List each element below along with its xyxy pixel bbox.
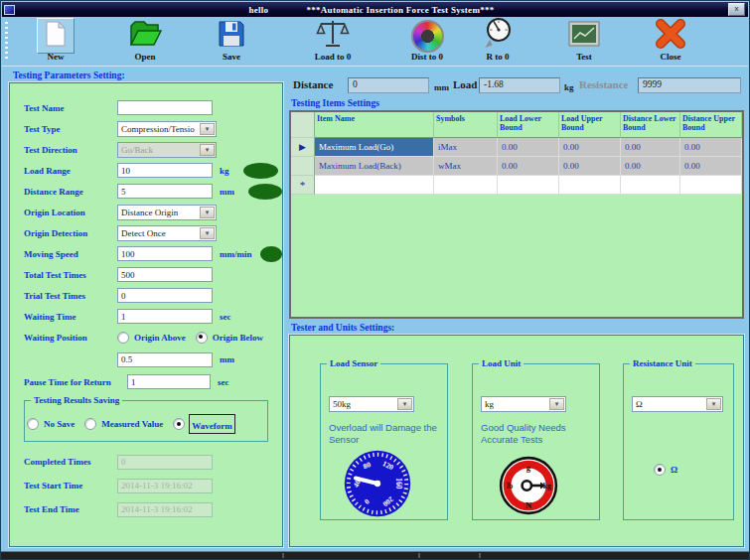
grid-cell-dist-lower[interactable]: 0.00 (621, 138, 680, 157)
pause-time-unit: sec (218, 377, 229, 387)
origin-above-radio[interactable] (117, 332, 129, 344)
distance-range-status-led (248, 184, 282, 200)
grid-new-cell[interactable] (559, 176, 621, 195)
ohm-radio[interactable] (654, 464, 666, 476)
waiting-position-row: Waiting Position Origin Above Origin Bel… (24, 327, 282, 348)
load-gauge-icon: 0 40 80 120 160 200 (335, 450, 420, 521)
grid-cell-load-lower[interactable]: 0.00 (498, 138, 559, 157)
origin-location-value: Distance Origin (121, 208, 178, 217)
no-save-radio[interactable] (27, 418, 39, 430)
origin-location-select[interactable]: Distance Origin ▾ (117, 205, 217, 220)
waiting-position-label: Waiting Position (24, 333, 117, 343)
grid-corner-cell (291, 112, 315, 138)
params-panel-title: Testing Parameters Setting: (13, 70, 125, 80)
test-type-label: Test Type (24, 124, 117, 134)
test-name-input[interactable] (117, 100, 213, 115)
chevron-down-icon: ▾ (200, 123, 215, 135)
test-start-time-label: Test Start Time (24, 481, 117, 490)
grid-cell-load-lower[interactable]: 0.00 (498, 157, 559, 176)
toolbar-button-new[interactable]: New (20, 18, 91, 62)
unit-dial-icon: g kg N lb (495, 456, 562, 519)
grid-new-cell[interactable] (434, 176, 498, 195)
gauge-number: 160 (394, 478, 403, 490)
completed-times-label: Completed Times (24, 457, 117, 467)
grid-cell-item-name[interactable]: Maximum Load(Go) (315, 138, 434, 157)
moving-speed-input[interactable] (117, 246, 213, 261)
trial-test-times-input[interactable] (117, 288, 213, 303)
waiting-time-input[interactable] (117, 309, 213, 324)
meter-gauge-icon (483, 17, 513, 55)
load-unit-group: Load Unit kg ▾ Good Quality Needs Accura… (472, 363, 600, 520)
toolbar-button-load-zero[interactable]: Load to 0 (297, 18, 369, 62)
trial-test-times-label: Trial Test Times (24, 291, 117, 301)
test-type-select[interactable]: Compression/Tensio ▾ (117, 121, 217, 137)
grid-new-cell[interactable] (315, 176, 434, 195)
origin-below-radio[interactable] (196, 332, 208, 344)
grid-cell-dist-lower[interactable]: 0.00 (621, 157, 680, 176)
chevron-down-icon: ▾ (200, 144, 215, 156)
window-close-button[interactable]: x (728, 3, 745, 16)
waveform-label: Waveform (192, 421, 232, 431)
load-range-input[interactable] (117, 163, 213, 178)
distance-range-input[interactable] (117, 184, 213, 199)
load-sensor-legend: Load Sensor (327, 358, 380, 368)
pause-time-row: Pause Time for Return sec (24, 371, 282, 392)
grid-cell-dist-upper[interactable]: 0.00 (680, 138, 742, 157)
grid-new-cell[interactable] (680, 176, 742, 195)
origin-detection-row: Origin Detection Detect Once ▾ (24, 222, 282, 243)
grid-row-selector[interactable] (291, 157, 315, 176)
resistance-unit-option: Ω (654, 464, 687, 476)
origin-detection-select[interactable]: Detect Once ▾ (117, 225, 217, 241)
test-start-time-input (117, 479, 213, 493)
grid-cell-symbol[interactable]: wMax (434, 157, 498, 176)
dial-label: N (525, 500, 532, 510)
toolbar-button-test[interactable]: Test (548, 18, 620, 62)
grid-cell-dist-upper[interactable]: 0.00 (680, 157, 742, 176)
toolbar-button-open[interactable]: Open (109, 18, 181, 62)
chevron-down-icon: ▾ (549, 398, 564, 410)
toolbar-button-r-zero[interactable]: R to 0 (462, 18, 533, 62)
toolbar-grip[interactable] (5, 22, 8, 61)
toolbar-button-close[interactable]: Close (635, 18, 706, 62)
resistance-unit-legend: Resistance Unit (630, 358, 695, 368)
toolbar-label-load-zero: Load to 0 (297, 52, 369, 62)
load-sensor-value: 50kg (333, 399, 351, 409)
toolbar-label-test: Test (548, 52, 620, 62)
pause-time-input[interactable] (127, 374, 211, 389)
grid-new-row-selector[interactable]: * (291, 176, 315, 195)
grid-cell-symbol[interactable]: iMax (434, 138, 498, 157)
total-test-times-label: Total Test Times (24, 270, 117, 280)
grid-cell-load-upper[interactable]: 0.00 (559, 138, 621, 157)
moving-speed-row: Moving Speed mm/min (24, 243, 282, 264)
distance-readout-unit: mm (434, 82, 449, 92)
test-type-row: Test Type Compression/Tensio ▾ (24, 118, 282, 139)
moving-speed-status-led (260, 246, 283, 262)
total-test-times-input[interactable] (117, 267, 213, 282)
grid-row-selector-current[interactable]: ▶ (291, 138, 315, 157)
waiting-offset-input[interactable] (117, 352, 213, 367)
color-wheel-icon (411, 20, 444, 53)
test-start-time-row: Test Start Time (24, 474, 282, 497)
waveform-radio[interactable] (173, 418, 185, 430)
grid-col-item-name: Item Name (315, 112, 434, 138)
toolbar-button-save[interactable]: Save (196, 18, 267, 62)
waiting-offset-unit: mm (220, 354, 234, 364)
grid-new-cell[interactable] (621, 176, 680, 195)
chevron-down-icon: ▾ (200, 207, 215, 218)
grid-cell-load-upper[interactable]: 0.00 (559, 157, 621, 176)
dial-label: kg (543, 482, 551, 490)
test-name-row: Test Name (24, 97, 282, 118)
resistance-readout-value: 9999 (643, 79, 662, 89)
waiting-time-label: Waiting Time (24, 312, 117, 322)
title-bar: hello***Automatic Insertion Force Test S… (2, 2, 748, 17)
toolbar-button-dist-zero[interactable]: Dist to 0 (391, 18, 463, 62)
load-sensor-warning: Overload will Damage the Sensor (329, 422, 443, 446)
toolbar: New Open Save Load to 0 Dist to 0 (2, 17, 748, 67)
resistance-unit-select[interactable]: Ω ▾ (632, 396, 723, 412)
measured-value-radio[interactable] (84, 418, 96, 430)
grid-new-cell[interactable] (498, 176, 559, 195)
grid-cell-item-name[interactable]: Maximum Load(Back) (315, 157, 434, 176)
completed-times-input (117, 455, 213, 470)
load-unit-select[interactable]: kg ▾ (481, 396, 566, 412)
load-sensor-select[interactable]: 50kg ▾ (329, 396, 414, 412)
